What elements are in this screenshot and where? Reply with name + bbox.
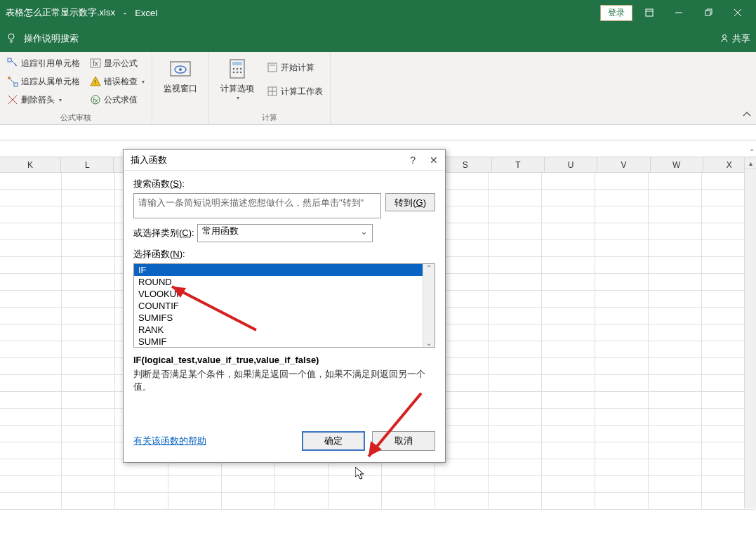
cell[interactable] bbox=[489, 459, 542, 476]
cell[interactable] bbox=[62, 291, 115, 308]
cell[interactable] bbox=[595, 206, 649, 223]
cell[interactable] bbox=[62, 190, 115, 206]
cell[interactable] bbox=[649, 476, 702, 493]
cell[interactable] bbox=[0, 223, 62, 240]
cell[interactable] bbox=[168, 476, 222, 493]
cell[interactable] bbox=[435, 476, 489, 493]
cell[interactable] bbox=[649, 426, 702, 442]
cell[interactable] bbox=[382, 476, 435, 493]
cell[interactable] bbox=[542, 426, 595, 442]
cell[interactable] bbox=[649, 223, 702, 240]
cell[interactable] bbox=[0, 358, 62, 375]
cell[interactable] bbox=[542, 291, 595, 308]
cell[interactable] bbox=[489, 375, 542, 392]
cell[interactable] bbox=[62, 324, 115, 341]
error-checking-button[interactable]: ! 错误检查 ▾ bbox=[87, 73, 147, 90]
cell[interactable] bbox=[595, 341, 649, 358]
calculate-sheet-button[interactable]: 计算工作表 bbox=[264, 83, 326, 100]
login-button[interactable]: 登录 bbox=[600, 5, 632, 21]
cell[interactable] bbox=[329, 493, 382, 510]
cell[interactable] bbox=[649, 392, 702, 409]
cell[interactable] bbox=[595, 493, 649, 510]
cell[interactable] bbox=[649, 375, 702, 392]
restore-button[interactable] bbox=[696, 3, 721, 22]
cell[interactable] bbox=[649, 206, 702, 223]
evaluate-formula-button[interactable]: fx 公式求值 bbox=[87, 91, 147, 108]
cell[interactable] bbox=[62, 442, 115, 459]
cell[interactable] bbox=[0, 459, 62, 476]
cell[interactable] bbox=[542, 240, 595, 257]
cell[interactable] bbox=[168, 493, 222, 510]
category-select[interactable]: 常用函数 bbox=[197, 224, 373, 242]
cell[interactable] bbox=[489, 493, 542, 510]
cell[interactable] bbox=[62, 206, 115, 223]
cell[interactable] bbox=[595, 173, 649, 190]
column-header[interactable]: S bbox=[439, 157, 492, 172]
cell[interactable] bbox=[595, 291, 649, 308]
cell[interactable] bbox=[489, 291, 542, 308]
cell[interactable] bbox=[0, 240, 62, 257]
expand-formula-bar-button[interactable]: ⌄ bbox=[749, 145, 755, 152]
cell[interactable] bbox=[542, 190, 595, 206]
cell[interactable] bbox=[649, 358, 702, 375]
cell[interactable] bbox=[62, 240, 115, 257]
ribbon-display-options-button[interactable] bbox=[637, 3, 662, 22]
column-header[interactable]: U bbox=[545, 157, 597, 172]
cell[interactable] bbox=[595, 240, 649, 257]
dialog-close-button[interactable]: ✕ bbox=[430, 154, 438, 166]
cell[interactable] bbox=[595, 476, 649, 493]
function-list-item[interactable]: SUMIFS bbox=[134, 312, 435, 324]
cell[interactable] bbox=[62, 409, 115, 426]
cell[interactable] bbox=[489, 223, 542, 240]
cell[interactable] bbox=[595, 190, 649, 206]
cell[interactable] bbox=[115, 476, 168, 493]
cell[interactable] bbox=[62, 459, 115, 476]
cell[interactable] bbox=[542, 409, 595, 426]
column-header[interactable]: V bbox=[597, 157, 650, 172]
function-list-item[interactable]: IF bbox=[134, 264, 435, 276]
cell[interactable] bbox=[62, 173, 115, 190]
cell[interactable] bbox=[542, 442, 595, 459]
ok-button[interactable]: 确定 bbox=[302, 431, 365, 451]
cell[interactable] bbox=[542, 476, 595, 493]
cell[interactable] bbox=[542, 274, 595, 291]
cell[interactable] bbox=[649, 257, 702, 274]
cell[interactable] bbox=[489, 476, 542, 493]
cell[interactable] bbox=[542, 206, 595, 223]
function-list-item[interactable]: SUMIF bbox=[134, 336, 435, 348]
cell[interactable] bbox=[489, 257, 542, 274]
cell[interactable] bbox=[0, 409, 62, 426]
cell[interactable] bbox=[595, 426, 649, 442]
cell[interactable] bbox=[0, 442, 62, 459]
cell[interactable] bbox=[489, 392, 542, 409]
column-header[interactable]: K bbox=[0, 157, 61, 172]
cell[interactable] bbox=[649, 173, 702, 190]
calculate-now-button[interactable]: 开始计算 bbox=[264, 59, 326, 76]
cell[interactable] bbox=[0, 324, 62, 341]
cell[interactable] bbox=[489, 206, 542, 223]
function-list-item[interactable]: VLOOKUP bbox=[134, 288, 435, 300]
cell[interactable] bbox=[0, 190, 62, 206]
cell[interactable] bbox=[595, 324, 649, 341]
cell[interactable] bbox=[595, 358, 649, 375]
cell[interactable] bbox=[542, 358, 595, 375]
cell[interactable] bbox=[0, 206, 62, 223]
cell[interactable] bbox=[542, 173, 595, 190]
remove-arrows-button[interactable]: 删除箭头 ▾ bbox=[4, 91, 83, 108]
cell[interactable] bbox=[0, 308, 62, 324]
cell[interactable] bbox=[649, 442, 702, 459]
cell[interactable] bbox=[649, 324, 702, 341]
cell[interactable] bbox=[542, 375, 595, 392]
column-header[interactable]: L bbox=[61, 157, 114, 172]
cell[interactable] bbox=[0, 392, 62, 409]
cell[interactable] bbox=[489, 240, 542, 257]
cell[interactable] bbox=[382, 493, 435, 510]
cell[interactable] bbox=[542, 392, 595, 409]
cell[interactable] bbox=[649, 493, 702, 510]
cell[interactable] bbox=[542, 257, 595, 274]
cell[interactable] bbox=[542, 493, 595, 510]
cell[interactable] bbox=[0, 476, 62, 493]
cell[interactable] bbox=[435, 493, 489, 510]
function-listbox[interactable]: IF ROUND VLOOKUP COUNTIF SUMIFS RANK SUM… bbox=[133, 263, 435, 348]
cell[interactable] bbox=[649, 341, 702, 358]
